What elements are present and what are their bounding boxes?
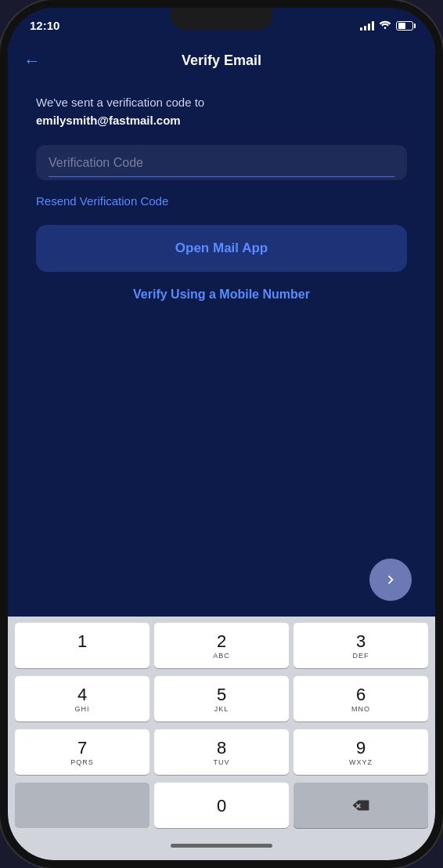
arrow-right-icon	[382, 571, 399, 588]
notch	[171, 8, 272, 30]
phone-frame: 12:10	[0, 0, 443, 868]
key-backspace[interactable]	[294, 783, 428, 828]
key-6[interactable]: 6 MNO	[294, 676, 428, 722]
key-0[interactable]: 0	[154, 783, 289, 828]
home-bar	[171, 844, 272, 848]
arrow-button-container	[8, 551, 435, 617]
back-button[interactable]: ←	[23, 51, 41, 71]
wifi-icon	[379, 20, 391, 31]
body-content: We've sent a verification code to emilys…	[8, 81, 435, 551]
app-content: ← Verify Email We've sent a verification…	[8, 38, 435, 617]
keyboard-row-2: 4 GHI 5 JKL 6 MNO	[13, 676, 430, 722]
input-container	[36, 145, 407, 180]
email-address: emilysmith@fastmail.com	[36, 114, 181, 127]
key-5[interactable]: 5 JKL	[154, 676, 289, 722]
next-arrow-button[interactable]	[369, 559, 412, 601]
open-mail-app-button[interactable]: Open Mail App	[36, 225, 407, 272]
keyboard: 1 2 ABC 3 DEF 4 GHI 5	[8, 617, 435, 836]
keyboard-row-3: 7 PQRS 8 TUV 9 WXYZ	[13, 729, 430, 775]
header: ← Verify Email	[8, 46, 435, 81]
battery-icon	[396, 21, 413, 31]
description-text: We've sent a verification code to emilys…	[36, 94, 407, 129]
phone-screen: 12:10	[8, 8, 435, 860]
key-1[interactable]: 1	[15, 623, 149, 668]
home-indicator	[8, 836, 435, 860]
signal-icon	[360, 21, 374, 31]
keyboard-row-1: 1 2 ABC 3 DEF	[13, 623, 430, 668]
key-empty	[15, 783, 149, 828]
backspace-icon	[351, 798, 370, 812]
key-7[interactable]: 7 PQRS	[15, 729, 149, 775]
keyboard-row-4: 0	[13, 783, 430, 828]
key-8[interactable]: 8 TUV	[154, 729, 289, 775]
status-icons	[360, 20, 413, 31]
verification-code-input[interactable]	[49, 156, 394, 177]
svg-point-0	[384, 27, 387, 29]
key-3[interactable]: 3 DEF	[294, 623, 428, 668]
key-4[interactable]: 4 GHI	[15, 676, 149, 722]
key-9[interactable]: 9 WXYZ	[294, 729, 428, 775]
page-title: Verify Email	[182, 52, 261, 69]
resend-verification-link[interactable]: Resend Verification Code	[36, 185, 407, 217]
status-time: 12:10	[30, 19, 59, 32]
key-2[interactable]: 2 ABC	[154, 623, 289, 668]
status-bar: 12:10	[8, 8, 435, 38]
verify-mobile-link[interactable]: Verify Using a Mobile Number	[36, 288, 407, 302]
